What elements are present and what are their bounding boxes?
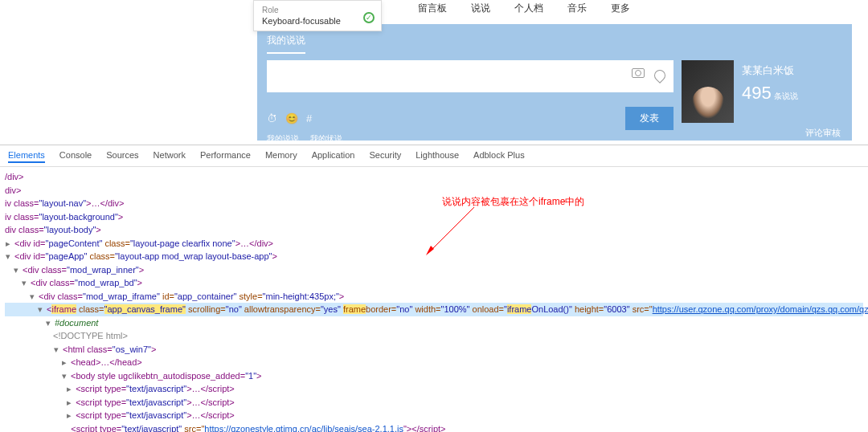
clock-icon[interactable]: ⏱ <box>267 112 277 124</box>
dom-node[interactable]: ▾<div class="mod_wrap_bd"> <box>5 276 863 290</box>
page-preview: 留言板 说说 个人档 音乐 更多 我的说说 ⏱ 😊 # <box>0 0 868 145</box>
accessibility-tooltip: Role Keyboard-focusable <box>253 0 382 31</box>
dom-node[interactable]: <script type="text/javascript" src="http… <box>5 422 863 433</box>
nav-tab[interactable]: 音乐 <box>567 2 587 15</box>
nav-tab[interactable]: 更多 <box>611 2 630 15</box>
dom-node[interactable]: ▾<div id="pageApp" class="layout-app mod… <box>5 250 863 263</box>
dom-node[interactable]: ▾<html class="os_win7"> <box>5 343 863 357</box>
post-count-unit: 条说说 <box>774 92 798 100</box>
tab-memory[interactable]: Memory <box>265 149 297 163</box>
tab-performance[interactable]: Performance <box>200 149 251 163</box>
emoji-icon[interactable]: 😊 <box>285 112 298 124</box>
tab-security[interactable]: Security <box>369 149 401 163</box>
dom-node[interactable]: ▾#document <box>5 316 863 330</box>
top-nav-tabs: 留言板 说说 个人档 音乐 更多 <box>418 0 630 15</box>
tab-elements[interactable]: Elements <box>8 149 45 163</box>
devtools-tabbar: Elements Console Sources Network Perform… <box>0 145 868 167</box>
dom-node[interactable]: ▾<body style ugclikebtn_autodispose_adde… <box>5 369 863 383</box>
dom-node[interactable]: div> <box>5 184 863 198</box>
tab-console[interactable]: Console <box>59 149 92 163</box>
review-link[interactable]: 评论审核 <box>805 127 841 139</box>
dom-node[interactable]: iv class="layout-nav">…</div> <box>5 197 863 210</box>
qzone-compose-panel: 我的说说 ⏱ 😊 # 发表 我的 <box>257 24 852 141</box>
tab-sources[interactable]: Sources <box>106 149 138 163</box>
dom-node[interactable]: /div> <box>5 170 863 184</box>
dom-node[interactable]: <!DOCTYPE html> <box>5 329 863 343</box>
dom-node[interactable]: ▾<div class="mod_wrap_iframe" id="app_co… <box>5 290 863 304</box>
attachment-icon[interactable] <box>652 67 668 84</box>
tab-network[interactable]: Network <box>154 149 186 163</box>
compose-header-tab[interactable]: 我的说说 <box>267 34 305 54</box>
devtools-panel: Elements Console Sources Network Perform… <box>0 145 868 432</box>
tab-lighthouse[interactable]: Lighthouse <box>416 149 459 163</box>
footer-link[interactable]: 我的状说 <box>310 133 342 145</box>
nav-tab[interactable]: 说说 <box>471 2 490 15</box>
camera-icon[interactable] <box>632 68 645 78</box>
user-annotation: 说说内容被包裹在这个iframe中的 <box>442 194 584 209</box>
hash-icon[interactable]: # <box>306 112 312 124</box>
nav-tab[interactable]: 留言板 <box>418 2 447 15</box>
elements-tree[interactable]: 说说内容被包裹在这个iframe中的 /div> div> iv class="… <box>0 167 868 432</box>
publish-button[interactable]: 发表 <box>625 107 674 130</box>
tooltip-role-value: Keyboard-focusable <box>262 16 373 26</box>
check-icon <box>363 12 375 23</box>
dom-node[interactable]: ▸<div id="pageContent" class="layout-pag… <box>5 237 863 251</box>
dom-node[interactable]: iv class="layout-background"> <box>5 210 863 224</box>
compose-textarea[interactable] <box>267 60 674 92</box>
post-count: 495 <box>742 83 772 103</box>
tab-application[interactable]: Application <box>312 149 355 163</box>
user-name: 某某白米饭 <box>742 63 798 78</box>
dom-node[interactable]: div class="layout-body"> <box>5 223 863 237</box>
nav-tab[interactable]: 个人档 <box>514 2 543 15</box>
dom-node[interactable]: ▸<script type="text/javascript">…</scrip… <box>5 409 863 422</box>
tab-adblock[interactable]: Adblock Plus <box>473 149 525 163</box>
user-avatar[interactable] <box>682 60 734 123</box>
footer-link[interactable]: 我的说说 <box>267 133 299 145</box>
dom-node[interactable]: ▸<head>…</head> <box>5 356 863 369</box>
dom-node[interactable]: ▾<div class="mod_wrap_inner"> <box>5 263 863 277</box>
tooltip-role-label: Role <box>262 6 373 14</box>
dom-node[interactable]: ▸<script type="text/javascript">…</scrip… <box>5 382 863 396</box>
dom-node-selected[interactable]: ▾<iframe class="app_canvas_frame" scroll… <box>5 303 863 316</box>
dom-node[interactable]: ▸<script type="text/javascript">…</scrip… <box>5 396 863 410</box>
